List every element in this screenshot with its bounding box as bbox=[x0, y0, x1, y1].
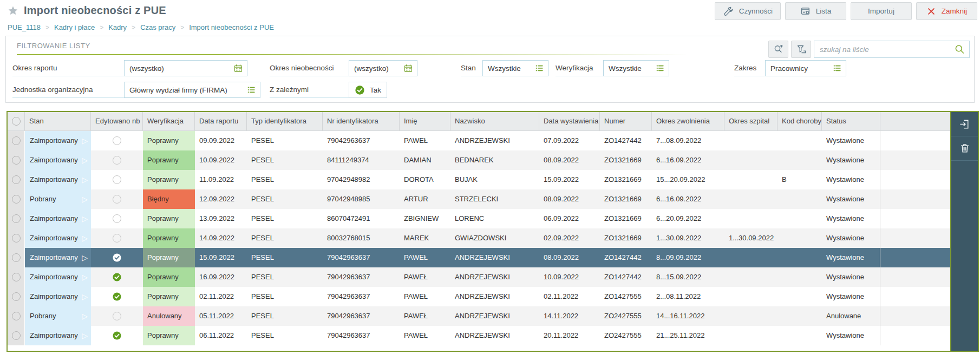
cell-stan[interactable]: Zaimportowany▷ bbox=[25, 267, 91, 287]
list-settings-icon bbox=[800, 6, 811, 16]
cell-typ_identyfikatora: PESEL bbox=[247, 287, 323, 306]
row-select-radio[interactable] bbox=[8, 267, 25, 287]
row-select-radio[interactable] bbox=[8, 326, 25, 345]
row-select-radio[interactable] bbox=[8, 209, 25, 228]
zamknij-button[interactable]: Zamknij bbox=[916, 2, 977, 20]
column-header-data_raportu[interactable]: Data raportu bbox=[195, 112, 247, 130]
expand-triangle-icon[interactable]: ▷ bbox=[82, 332, 88, 339]
table-row[interactable]: Zaimportowany▷Poprawny10.09.2022PESEL841… bbox=[8, 150, 950, 170]
breadcrumb-item[interactable]: Czas pracy bbox=[127, 23, 175, 31]
table-row[interactable]: Zaimportowany▷Poprawny14.09.2022PESEL800… bbox=[8, 228, 950, 248]
weryfikacja-field[interactable]: Wszystkie bbox=[603, 60, 669, 76]
expand-triangle-icon[interactable]: ▷ bbox=[82, 215, 88, 222]
row-select-radio[interactable] bbox=[8, 170, 25, 189]
column-header-stan[interactable]: Stan bbox=[25, 112, 91, 130]
okres-nieobecnosci-field[interactable]: (wszystko) bbox=[349, 60, 417, 76]
cell-stan[interactable]: Zaimportowany▷ bbox=[25, 228, 91, 248]
cell-stan[interactable]: Zaimportowany▷ bbox=[25, 150, 91, 170]
radio-circle-icon bbox=[12, 195, 21, 204]
cell-nr_identyfikatora: 80032768015 bbox=[323, 228, 400, 248]
cell-stan[interactable]: Zaimportowany▷ bbox=[25, 170, 91, 189]
czynnosci-button[interactable]: Czynności bbox=[715, 2, 781, 20]
cell-nr_identyfikatora: 84111249374 bbox=[323, 150, 400, 170]
cell-imie: PAWEŁ bbox=[400, 131, 450, 150]
column-header-okres_zwolnienia[interactable]: Okres zwolnienia bbox=[652, 112, 724, 130]
table-row[interactable]: Pobrany▷Błędny12.09.2022PESEL97042948985… bbox=[8, 189, 950, 209]
search-input[interactable] bbox=[819, 45, 954, 54]
stan-field[interactable]: Wszystkie bbox=[482, 60, 548, 76]
table-row[interactable]: Zaimportowany▷Poprawny11.09.2022PESEL970… bbox=[8, 170, 950, 189]
column-header-numer[interactable]: Numer bbox=[600, 112, 652, 130]
table-row[interactable]: Zaimportowany▷Poprawny02.11.2022PESEL790… bbox=[8, 287, 950, 306]
table-row[interactable]: Zaimportowany▷Poprawny09.09.2022PESEL790… bbox=[8, 131, 950, 150]
expand-triangle-icon[interactable]: ▷ bbox=[82, 176, 88, 183]
calendar-icon bbox=[403, 63, 413, 73]
table-row[interactable]: Zaimportowany▷Poprawny16.09.2022PESEL790… bbox=[8, 267, 950, 287]
row-select-radio[interactable] bbox=[8, 131, 25, 150]
cell-stan[interactable]: Zaimportowany▷ bbox=[25, 209, 91, 228]
column-header-nazwisko[interactable]: Nazwisko bbox=[450, 112, 539, 130]
expand-triangle-icon[interactable]: ▷ bbox=[82, 293, 88, 300]
row-select-radio[interactable] bbox=[8, 228, 25, 248]
breadcrumb-item[interactable]: Import nieobecności z PUE bbox=[175, 23, 274, 31]
column-header-edytowano_nb[interactable]: Edytowano nb bbox=[91, 112, 143, 130]
cell-stan[interactable]: Zaimportowany▷ bbox=[25, 131, 91, 150]
column-header-weryfikacja[interactable]: Weryfikacja bbox=[143, 112, 195, 130]
cell-nr_identyfikatora: 79042963637 bbox=[323, 306, 400, 326]
import-selected-button[interactable] bbox=[951, 112, 978, 136]
zakres-field[interactable]: Pracownicy bbox=[765, 60, 846, 76]
cell-stan[interactable]: Pobrany▷ bbox=[25, 306, 91, 326]
breadcrumb-item[interactable]: PUE_1118 bbox=[8, 23, 41, 31]
okres-raportu-field[interactable]: (wszystko) bbox=[124, 60, 247, 76]
cell-okres_szpital bbox=[724, 306, 778, 326]
breadcrumb-item[interactable]: Kadry i płace bbox=[41, 23, 95, 31]
expand-triangle-icon[interactable]: ▷ bbox=[82, 234, 88, 242]
table-row[interactable]: Zaimportowany▷Poprawny06.11.2022PESEL790… bbox=[8, 326, 950, 345]
expand-triangle-icon[interactable]: ▷ bbox=[82, 273, 88, 281]
cell-kod_choroby: B bbox=[778, 170, 822, 189]
expand-triangle-icon[interactable]: ▷ bbox=[82, 312, 88, 320]
cell-stan[interactable]: Pobrany▷ bbox=[25, 189, 91, 209]
column-header-imie[interactable]: Imię bbox=[400, 112, 450, 130]
search-icon[interactable] bbox=[954, 44, 965, 55]
row-select-radio[interactable] bbox=[8, 248, 25, 267]
filter-funnel-button[interactable] bbox=[791, 41, 811, 58]
expand-triangle-icon[interactable]: ▷ bbox=[82, 195, 88, 203]
column-header-kod_choroby[interactable]: Kod choroby bbox=[778, 112, 822, 130]
expand-triangle-icon[interactable]: ▷ bbox=[82, 156, 88, 164]
expand-triangle-icon[interactable]: ▷ bbox=[82, 137, 88, 145]
row-select-radio[interactable] bbox=[8, 150, 25, 170]
delete-button[interactable] bbox=[951, 136, 978, 161]
row-select-radio[interactable] bbox=[8, 306, 25, 326]
column-header-nr_identyfikatora[interactable]: Nr identyfikatora bbox=[323, 112, 400, 130]
filter-okres-nieobecnosci: Okres nieobecności (wszystko) bbox=[270, 60, 417, 76]
cell-stan[interactable]: Zaimportowany▷ bbox=[25, 248, 91, 267]
cell-edytowano-nb bbox=[91, 326, 143, 345]
cell-weryfikacja: Poprawny bbox=[143, 228, 195, 248]
lista-button[interactable]: Lista bbox=[785, 2, 846, 20]
column-header-status[interactable]: Status bbox=[822, 112, 880, 130]
row-select-radio[interactable] bbox=[8, 189, 25, 209]
breadcrumb-item[interactable]: Kadry bbox=[95, 23, 127, 31]
cell-kod_choroby bbox=[778, 248, 822, 267]
column-header-data_wystawienia[interactable]: Data wystawienia bbox=[539, 112, 600, 130]
table-row[interactable]: Zaimportowany▷Poprawny13.09.2022PESEL860… bbox=[8, 209, 950, 228]
jednostka-field[interactable]: Główny wydział firmy (FIRMA) bbox=[124, 82, 260, 98]
table-row[interactable]: Pobrany▷Anulowany05.11.2022PESEL79042963… bbox=[8, 306, 950, 326]
cell-data_wystawienia: 07.09.2022 bbox=[539, 131, 600, 150]
table-header: StanEdytowano nbWeryfikacjaData raportuT… bbox=[8, 112, 950, 131]
table-row[interactable]: Zaimportowany▷Poprawny15.09.2022PESEL790… bbox=[8, 248, 950, 267]
favorite-star-icon[interactable] bbox=[8, 5, 18, 16]
stan-text: Zaimportowany bbox=[30, 326, 78, 345]
importuj-button[interactable]: Importuj bbox=[851, 2, 912, 20]
z-zaleznymi-toggle[interactable]: Tak bbox=[349, 82, 387, 98]
cell-stan[interactable]: Zaimportowany▷ bbox=[25, 326, 91, 345]
expand-triangle-icon[interactable]: ▷ bbox=[82, 254, 88, 261]
column-header-select[interactable] bbox=[8, 112, 25, 130]
column-header-typ_identyfikatora[interactable]: Typ identyfikatora bbox=[247, 112, 323, 130]
advanced-search-button[interactable] bbox=[768, 41, 788, 58]
column-header-okres_szpital[interactable]: Okres szpital bbox=[724, 112, 778, 130]
cell-stan[interactable]: Zaimportowany▷ bbox=[25, 287, 91, 306]
select-all-radio[interactable] bbox=[12, 117, 21, 126]
row-select-radio[interactable] bbox=[8, 287, 25, 306]
